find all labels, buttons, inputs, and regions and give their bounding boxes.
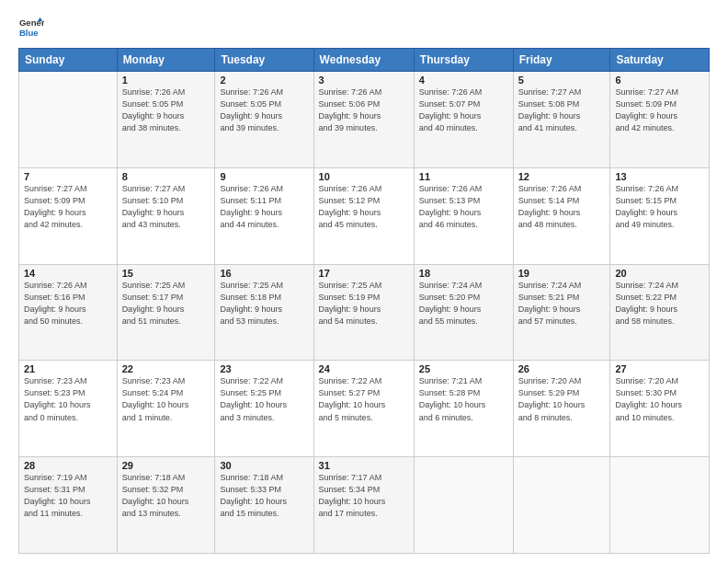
calendar-cell: 21Sunrise: 7:23 AM Sunset: 5:23 PM Dayli…	[19, 361, 118, 457]
day-number: 26	[518, 363, 606, 374]
calendar-cell: 12Sunrise: 7:26 AM Sunset: 5:14 PM Dayli…	[513, 167, 610, 264]
day-number: 31	[319, 460, 409, 471]
header: General Blue	[18, 15, 710, 40]
calendar-cell: 18Sunrise: 7:24 AM Sunset: 5:20 PM Dayli…	[414, 264, 513, 361]
calendar-cell: 25Sunrise: 7:21 AM Sunset: 5:28 PM Dayli…	[414, 361, 513, 457]
day-number: 3	[319, 75, 409, 86]
day-info: Sunrise: 7:26 AM Sunset: 5:15 PM Dayligh…	[615, 183, 704, 231]
calendar-cell: 27Sunrise: 7:20 AM Sunset: 5:30 PM Dayli…	[610, 361, 710, 457]
day-number: 11	[419, 171, 508, 182]
day-number: 8	[122, 171, 210, 182]
day-info: Sunrise: 7:26 AM Sunset: 5:16 PM Dayligh…	[24, 280, 112, 327]
calendar-cell	[513, 457, 610, 554]
day-number: 29	[122, 460, 210, 471]
day-number: 14	[24, 268, 112, 279]
weekday-header: Monday	[117, 49, 215, 72]
calendar-cell: 29Sunrise: 7:18 AM Sunset: 5:32 PM Dayli…	[117, 457, 215, 554]
day-number: 19	[518, 268, 606, 279]
day-number: 23	[220, 363, 308, 374]
day-number: 6	[615, 75, 704, 86]
calendar-cell: 7Sunrise: 7:27 AM Sunset: 5:09 PM Daylig…	[19, 167, 118, 264]
day-number: 4	[419, 75, 508, 86]
calendar-cell: 26Sunrise: 7:20 AM Sunset: 5:29 PM Dayli…	[513, 361, 610, 457]
day-info: Sunrise: 7:26 AM Sunset: 5:14 PM Dayligh…	[518, 183, 606, 231]
calendar-cell	[610, 457, 710, 554]
calendar-cell: 5Sunrise: 7:27 AM Sunset: 5:08 PM Daylig…	[513, 72, 610, 168]
day-number: 25	[419, 363, 508, 374]
calendar-cell: 16Sunrise: 7:25 AM Sunset: 5:18 PM Dayli…	[215, 264, 313, 361]
day-number: 12	[518, 171, 606, 182]
calendar-cell	[19, 72, 118, 168]
day-info: Sunrise: 7:26 AM Sunset: 5:07 PM Dayligh…	[419, 86, 508, 134]
day-info: Sunrise: 7:20 AM Sunset: 5:29 PM Dayligh…	[518, 375, 606, 423]
calendar-cell: 22Sunrise: 7:23 AM Sunset: 5:24 PM Dayli…	[117, 361, 215, 457]
calendar-week-row: 1Sunrise: 7:26 AM Sunset: 5:05 PM Daylig…	[19, 72, 710, 168]
calendar-week-row: 21Sunrise: 7:23 AM Sunset: 5:23 PM Dayli…	[19, 361, 710, 457]
calendar-cell: 11Sunrise: 7:26 AM Sunset: 5:13 PM Dayli…	[414, 167, 513, 264]
calendar-cell: 10Sunrise: 7:26 AM Sunset: 5:12 PM Dayli…	[313, 167, 414, 264]
page: General Blue SundayMondayTuesdayWednesda…	[0, 0, 728, 563]
calendar-cell: 23Sunrise: 7:22 AM Sunset: 5:25 PM Dayli…	[215, 361, 313, 457]
day-number: 24	[319, 363, 409, 374]
calendar-cell: 14Sunrise: 7:26 AM Sunset: 5:16 PM Dayli…	[19, 264, 118, 361]
weekday-header: Saturday	[610, 49, 710, 72]
logo-icon: General Blue	[18, 15, 44, 40]
weekday-header: Thursday	[414, 49, 513, 72]
day-number: 16	[220, 268, 308, 279]
day-info: Sunrise: 7:24 AM Sunset: 5:20 PM Dayligh…	[419, 280, 508, 327]
weekday-header: Wednesday	[313, 49, 414, 72]
day-number: 10	[319, 171, 409, 182]
calendar-cell: 31Sunrise: 7:17 AM Sunset: 5:34 PM Dayli…	[313, 457, 414, 554]
calendar-cell: 24Sunrise: 7:22 AM Sunset: 5:27 PM Dayli…	[313, 361, 414, 457]
day-info: Sunrise: 7:21 AM Sunset: 5:28 PM Dayligh…	[419, 375, 508, 423]
day-info: Sunrise: 7:19 AM Sunset: 5:31 PM Dayligh…	[24, 472, 112, 520]
calendar-cell: 9Sunrise: 7:26 AM Sunset: 5:11 PM Daylig…	[215, 167, 313, 264]
day-number: 2	[220, 75, 308, 86]
weekday-header: Tuesday	[215, 49, 313, 72]
day-info: Sunrise: 7:22 AM Sunset: 5:25 PM Dayligh…	[220, 375, 308, 423]
day-info: Sunrise: 7:26 AM Sunset: 5:05 PM Dayligh…	[122, 86, 210, 134]
day-info: Sunrise: 7:20 AM Sunset: 5:30 PM Dayligh…	[615, 375, 704, 423]
calendar-cell: 3Sunrise: 7:26 AM Sunset: 5:06 PM Daylig…	[313, 72, 414, 168]
day-info: Sunrise: 7:26 AM Sunset: 5:13 PM Dayligh…	[419, 183, 508, 231]
calendar-cell: 6Sunrise: 7:27 AM Sunset: 5:09 PM Daylig…	[610, 72, 710, 168]
day-number: 18	[419, 268, 508, 279]
calendar-cell: 17Sunrise: 7:25 AM Sunset: 5:19 PM Dayli…	[313, 264, 414, 361]
day-info: Sunrise: 7:25 AM Sunset: 5:17 PM Dayligh…	[122, 280, 210, 327]
day-number: 21	[24, 363, 112, 374]
calendar-week-row: 14Sunrise: 7:26 AM Sunset: 5:16 PM Dayli…	[19, 264, 710, 361]
calendar-cell: 19Sunrise: 7:24 AM Sunset: 5:21 PM Dayli…	[513, 264, 610, 361]
day-info: Sunrise: 7:18 AM Sunset: 5:32 PM Dayligh…	[122, 472, 210, 520]
weekday-header: Sunday	[19, 49, 118, 72]
calendar-table: SundayMondayTuesdayWednesdayThursdayFrid…	[18, 48, 710, 554]
day-number: 28	[24, 460, 112, 471]
day-info: Sunrise: 7:24 AM Sunset: 5:22 PM Dayligh…	[615, 280, 704, 327]
calendar-cell: 8Sunrise: 7:27 AM Sunset: 5:10 PM Daylig…	[117, 167, 215, 264]
day-info: Sunrise: 7:27 AM Sunset: 5:09 PM Dayligh…	[24, 183, 112, 231]
day-info: Sunrise: 7:27 AM Sunset: 5:08 PM Dayligh…	[518, 86, 606, 134]
day-number: 9	[220, 171, 308, 182]
day-info: Sunrise: 7:27 AM Sunset: 5:10 PM Dayligh…	[122, 183, 210, 231]
day-number: 30	[220, 460, 308, 471]
calendar-cell: 4Sunrise: 7:26 AM Sunset: 5:07 PM Daylig…	[414, 72, 513, 168]
calendar-cell: 2Sunrise: 7:26 AM Sunset: 5:05 PM Daylig…	[215, 72, 313, 168]
day-number: 7	[24, 171, 112, 182]
logo: General Blue	[18, 15, 44, 40]
day-info: Sunrise: 7:23 AM Sunset: 5:24 PM Dayligh…	[122, 375, 210, 423]
day-info: Sunrise: 7:18 AM Sunset: 5:33 PM Dayligh…	[220, 472, 308, 520]
day-info: Sunrise: 7:23 AM Sunset: 5:23 PM Dayligh…	[24, 375, 112, 423]
calendar-cell: 15Sunrise: 7:25 AM Sunset: 5:17 PM Dayli…	[117, 264, 215, 361]
calendar-cell: 20Sunrise: 7:24 AM Sunset: 5:22 PM Dayli…	[610, 264, 710, 361]
day-info: Sunrise: 7:26 AM Sunset: 5:06 PM Dayligh…	[319, 86, 409, 134]
day-info: Sunrise: 7:26 AM Sunset: 5:12 PM Dayligh…	[319, 183, 409, 231]
svg-text:Blue: Blue	[19, 28, 39, 38]
weekday-header-row: SundayMondayTuesdayWednesdayThursdayFrid…	[19, 49, 710, 72]
day-number: 27	[615, 363, 704, 374]
day-info: Sunrise: 7:26 AM Sunset: 5:11 PM Dayligh…	[220, 183, 308, 231]
weekday-header: Friday	[513, 49, 610, 72]
day-info: Sunrise: 7:24 AM Sunset: 5:21 PM Dayligh…	[518, 280, 606, 327]
day-info: Sunrise: 7:22 AM Sunset: 5:27 PM Dayligh…	[319, 375, 409, 423]
day-number: 20	[615, 268, 704, 279]
calendar-cell: 28Sunrise: 7:19 AM Sunset: 5:31 PM Dayli…	[19, 457, 118, 554]
day-number: 13	[615, 171, 704, 182]
